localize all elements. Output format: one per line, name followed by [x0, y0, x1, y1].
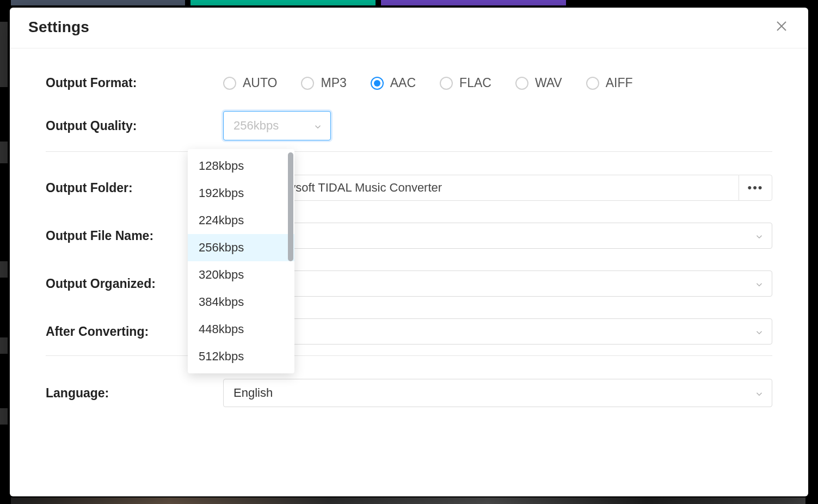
radio-label: WAV: [535, 76, 562, 90]
radio-label: AUTO: [243, 76, 277, 90]
select-value: 256kbps: [233, 119, 279, 133]
label-output-quality: Output Quality:: [46, 119, 223, 133]
radio-aac[interactable]: AAC: [371, 76, 416, 90]
quality-option-384[interactable]: 384kbps: [188, 288, 294, 316]
modal-header: Settings: [10, 8, 808, 48]
settings-modal: Settings Output Format: AUTO MP3: [10, 8, 808, 496]
ellipsis-icon: •••: [747, 181, 763, 195]
output-quality-select[interactable]: 256kbps: [223, 111, 331, 140]
radio-mp3[interactable]: MP3: [301, 76, 346, 90]
chevron-down-icon: [754, 327, 764, 336]
row-output-quality: Output Quality: 256kbps: [46, 111, 772, 140]
select-value: English: [233, 386, 273, 400]
radio-label: AAC: [390, 76, 416, 90]
row-output-file-name: Output File Name:: [46, 223, 772, 249]
quality-option-512[interactable]: 512kbps: [188, 343, 294, 370]
browse-folder-button[interactable]: •••: [739, 175, 772, 201]
section-divider: [46, 355, 772, 356]
radio-aiff[interactable]: AIFF: [586, 76, 633, 90]
radio-icon: [586, 77, 599, 90]
chevron-down-icon: [754, 388, 764, 398]
quality-option-256[interactable]: 256kbps: [188, 234, 294, 261]
output-format-radios: AUTO MP3 AAC FLAC WAV: [223, 76, 772, 90]
radio-icon: [371, 77, 384, 90]
row-after-converting: After Converting:: [46, 318, 772, 345]
radio-icon: [301, 77, 314, 90]
dropdown-scrollbar[interactable]: [288, 152, 293, 261]
language-select[interactable]: English: [223, 379, 772, 407]
row-output-format: Output Format: AUTO MP3 AAC FLAC: [46, 76, 772, 90]
radio-flac[interactable]: FLAC: [440, 76, 491, 90]
radio-icon: [223, 77, 236, 90]
radio-wav[interactable]: WAV: [515, 76, 562, 90]
quality-option-320[interactable]: 320kbps: [188, 261, 294, 288]
row-language: Language: English: [46, 379, 772, 407]
label-language: Language:: [46, 386, 223, 401]
output-quality-dropdown: 128kbps 192kbps 224kbps 256kbps 320kbps …: [188, 149, 294, 373]
chevron-down-icon: [754, 279, 764, 288]
after-converting-select[interactable]: [223, 318, 772, 345]
radio-icon: [440, 77, 453, 90]
radio-icon: [515, 77, 528, 90]
close-button[interactable]: [773, 19, 790, 35]
radio-label: FLAC: [459, 76, 491, 90]
row-output-organized: Output Organized:: [46, 271, 772, 297]
radio-auto[interactable]: AUTO: [223, 76, 277, 90]
chevron-down-icon: [754, 231, 764, 241]
radio-label: MP3: [321, 76, 346, 90]
output-file-name-select[interactable]: [223, 223, 772, 249]
quality-option-128[interactable]: 128kbps: [188, 152, 294, 180]
chevron-down-icon: [313, 121, 323, 131]
quality-option-448[interactable]: 448kbps: [188, 316, 294, 343]
output-organized-select[interactable]: [223, 271, 772, 297]
radio-label: AIFF: [606, 76, 633, 90]
quality-option-192[interactable]: 192kbps: [188, 180, 294, 207]
label-output-format: Output Format:: [46, 76, 223, 90]
quality-option-224[interactable]: 224kbps: [188, 207, 294, 234]
modal-title: Settings: [28, 19, 89, 36]
output-folder-input[interactable]: ments\Ukeysoft TIDAL Music Converter: [223, 175, 739, 201]
close-icon: [775, 20, 788, 35]
row-output-folder: Output Folder: ments\Ukeysoft TIDAL Musi…: [46, 175, 772, 201]
section-divider: [46, 151, 772, 152]
